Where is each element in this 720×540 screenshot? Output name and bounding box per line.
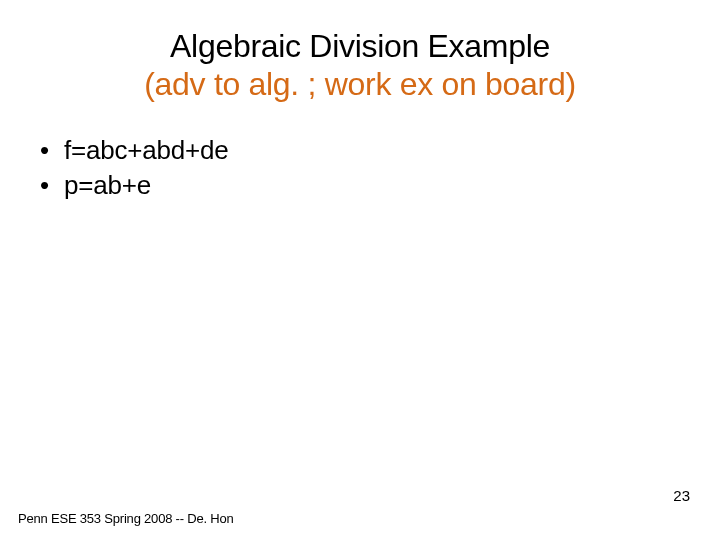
title-line-2: (adv to alg. ; work ex on board) [36,65,684,103]
slide: Algebraic Division Example (adv to alg. … [0,0,720,540]
bullet-item: f=abc+abd+de [36,133,684,168]
title-line-1: Algebraic Division Example [36,28,684,65]
page-number: 23 [673,487,690,504]
slide-title: Algebraic Division Example (adv to alg. … [36,28,684,103]
slide-body: f=abc+abd+de p=ab+e [36,133,684,203]
bullet-item: p=ab+e [36,168,684,203]
footer-text: Penn ESE 353 Spring 2008 -- De. Hon [18,511,234,526]
